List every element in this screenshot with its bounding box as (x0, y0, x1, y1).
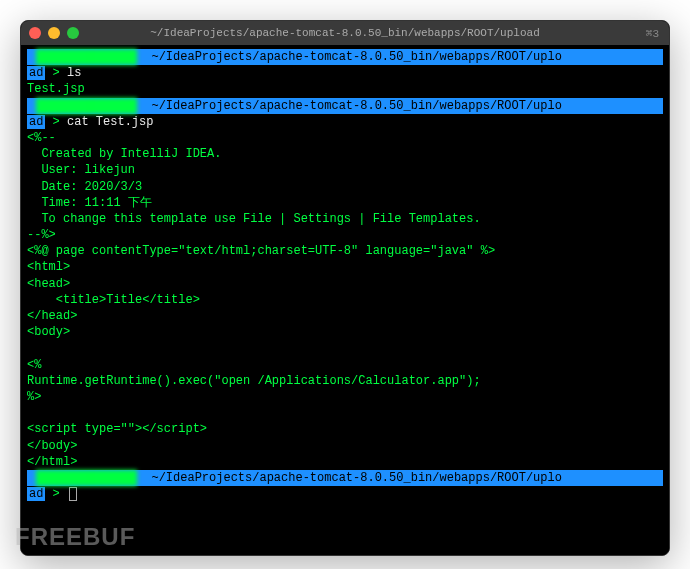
output-line: <body> (27, 324, 663, 340)
output-line: Time: 11:11 下午 (27, 195, 663, 211)
prompt-line: ███████@██████ ~/IdeaProjects/apache-tom… (27, 49, 663, 65)
prompt-path: ~/IdeaProjects/apache-tomcat-8.0.50_bin/… (144, 99, 562, 113)
output-line: Date: 2020/3/3 (27, 179, 663, 195)
prompt-arrow-icon: > (45, 66, 67, 80)
prompt-line: ███████@██████ ~/IdeaProjects/apache-tom… (27, 470, 663, 486)
maximize-icon[interactable] (67, 27, 79, 39)
output-line: Created by IntelliJ IDEA. (27, 146, 663, 162)
output-line: </head> (27, 308, 663, 324)
output-line: %> (27, 389, 663, 405)
output-line (27, 405, 663, 421)
prompt-user: ███████@██████ (36, 49, 137, 65)
output-line: Runtime.getRuntime().exec("open /Applica… (27, 373, 663, 389)
window-shortcut-hint: ⌘3 (646, 27, 659, 40)
prompt-arrow-icon: > (45, 115, 67, 129)
terminal-window: ~/IdeaProjects/apache-tomcat-8.0.50_bin/… (20, 20, 670, 556)
prompt-user: ███████@██████ (36, 470, 137, 486)
output-line: <script type=""></script> (27, 421, 663, 437)
output-line: <% (27, 357, 663, 373)
minimize-icon[interactable] (48, 27, 60, 39)
prompt-user: ███████@██████ (36, 98, 137, 114)
cursor-icon (69, 487, 77, 501)
prompt-path: ~/IdeaProjects/apache-tomcat-8.0.50_bin/… (144, 50, 562, 64)
command-line[interactable]: ad > cat Test.jsp (27, 114, 663, 130)
window-title: ~/IdeaProjects/apache-tomcat-8.0.50_bin/… (21, 27, 669, 39)
output-line: <html> (27, 259, 663, 275)
output-line: --%> (27, 227, 663, 243)
prompt-cont: ad (27, 66, 45, 80)
command-text: ls (67, 66, 81, 80)
output-line: User: likejun (27, 162, 663, 178)
traffic-lights (29, 27, 79, 39)
command-line[interactable]: ad > (27, 486, 663, 502)
output-line (27, 340, 663, 356)
command-text: cat Test.jsp (67, 115, 153, 129)
output-line: <title>Title</title> (27, 292, 663, 308)
output-line: To change this template use File | Setti… (27, 211, 663, 227)
terminal-body[interactable]: ███████@██████ ~/IdeaProjects/apache-tom… (21, 45, 669, 555)
output-line: <%-- (27, 130, 663, 146)
output-line: </body> (27, 438, 663, 454)
close-icon[interactable] (29, 27, 41, 39)
output-line: <%@ page contentType="text/html;charset=… (27, 243, 663, 259)
prompt-arrow-icon: > (45, 487, 67, 501)
title-bar: ~/IdeaProjects/apache-tomcat-8.0.50_bin/… (21, 21, 669, 45)
prompt-line: ███████@██████ ~/IdeaProjects/apache-tom… (27, 98, 663, 114)
prompt-path: ~/IdeaProjects/apache-tomcat-8.0.50_bin/… (144, 471, 562, 485)
output-line: </html> (27, 454, 663, 470)
prompt-cont: ad (27, 115, 45, 129)
output-line: Test.jsp (27, 81, 663, 97)
command-line[interactable]: ad > ls (27, 65, 663, 81)
output-line: <head> (27, 276, 663, 292)
prompt-cont: ad (27, 487, 45, 501)
